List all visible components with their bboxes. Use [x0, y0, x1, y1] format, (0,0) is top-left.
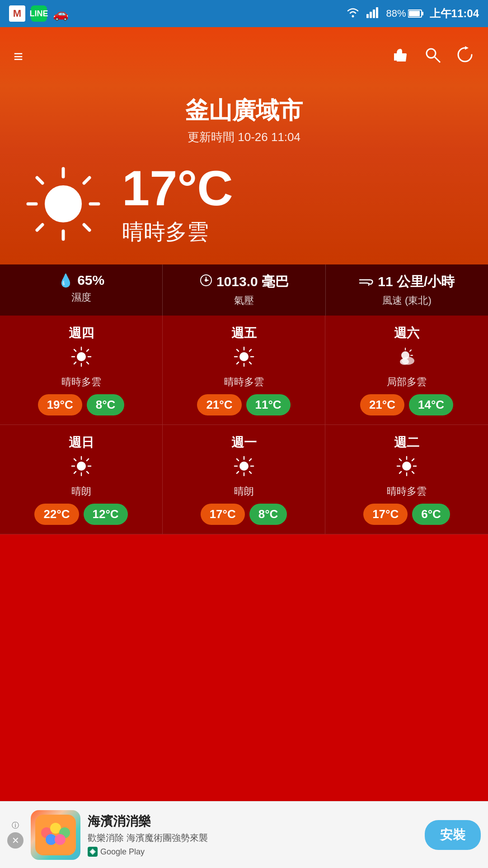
ad-app-icon	[31, 810, 80, 860]
ad-install-button[interactable]: 安裝	[425, 820, 481, 850]
forecast-fri-temps: 21°C 11°C	[167, 394, 320, 415]
svg-line-38	[249, 349, 251, 351]
svg-line-62	[249, 459, 251, 461]
svg-point-18	[45, 186, 81, 222]
menu-button[interactable]: ≡	[14, 48, 23, 65]
gmail-icon: M	[9, 5, 25, 22]
svg-line-51	[74, 459, 76, 461]
ad-title: 海濱消消樂	[88, 813, 418, 830]
ad-close-button[interactable]: ✕	[7, 832, 23, 849]
status-time: 上午11:04	[430, 6, 479, 21]
svg-rect-74	[35, 815, 76, 855]
svg-line-37	[249, 362, 251, 364]
battery-percentage: 88%	[386, 8, 406, 19]
svg-line-71	[412, 459, 414, 461]
refresh-button[interactable]	[455, 45, 474, 68]
svg-line-70	[412, 472, 414, 473]
humidity-label: 濕度	[5, 291, 158, 304]
forecast-tue-icon	[330, 455, 483, 482]
svg-point-79	[55, 834, 66, 845]
svg-rect-1	[366, 14, 369, 18]
forecast-fri: 週五 晴時多雲 21°C 11°C	[163, 316, 325, 425]
svg-line-15	[84, 225, 89, 230]
humidity-icon: 💧	[58, 273, 74, 288]
search-button[interactable]	[423, 45, 442, 68]
svg-point-55	[77, 462, 86, 471]
forecast-sun-temps: 22°C 12°C	[5, 504, 158, 525]
forecast-fri-low: 11°C	[246, 394, 291, 415]
stat-wind: 11 公里/小時 風速 (東北)	[326, 264, 488, 316]
forecast-thu-low: 8°C	[87, 394, 125, 415]
forecast-fri-icon	[167, 345, 320, 373]
forecast-sun-day: 週日	[5, 434, 158, 451]
current-condition: 晴時多雲	[122, 217, 233, 246]
svg-line-39	[237, 362, 239, 364]
ad-source: Google Play	[88, 847, 418, 857]
svg-line-53	[87, 459, 89, 461]
pressure-icon	[199, 274, 213, 290]
svg-point-0	[352, 15, 354, 18]
svg-point-64	[239, 462, 249, 471]
forecast-mon: 週一 晴朗 17°C 8°C	[163, 425, 325, 534]
svg-line-52	[87, 472, 89, 473]
weather-main: 17°C 晴時多雲	[0, 150, 488, 264]
forecast-sat-condition: 局部多雲	[330, 375, 483, 389]
forecast-thu-condition: 晴時多雲	[5, 375, 158, 389]
svg-point-8	[427, 49, 436, 58]
forecast-mon-low: 8°C	[249, 504, 287, 525]
svg-line-43	[410, 350, 411, 351]
forecast-tue-temps: 17°C 6°C	[330, 504, 483, 525]
like-button[interactable]	[390, 45, 409, 68]
forecast-mon-day: 週一	[167, 434, 320, 451]
current-weather-icon	[23, 163, 104, 246]
forecast-sat-high: 21°C	[360, 394, 404, 415]
forecast-tue-low: 6°C	[412, 504, 450, 525]
svg-rect-7	[409, 11, 420, 16]
battery-indicator: 88%	[386, 8, 423, 19]
forecast-tue-high: 17°C	[363, 504, 408, 525]
forecast-sat-temps: 21°C 14°C	[330, 394, 483, 415]
svg-point-40	[239, 352, 249, 361]
ad-text-area: 海濱消消樂 歡樂消除 海濱魔術團強勢來襲 Google Play	[88, 813, 418, 857]
google-play-label: Google Play	[100, 847, 145, 857]
forecast-sun: 週日 晴朗 22°C 12°C	[0, 425, 163, 534]
forecast-mon-temps: 17°C 8°C	[167, 504, 320, 525]
wind-icon	[359, 275, 374, 289]
red-fill-area	[0, 534, 488, 797]
status-bar: M LINE 🚗 88%	[0, 0, 488, 27]
svg-line-16	[84, 178, 89, 183]
status-bar-left: M LINE 🚗	[9, 5, 69, 22]
forecast-sun-condition: 晴朗	[5, 485, 158, 498]
forecast-thu-day: 週四	[5, 325, 158, 342]
forecast-sun-icon	[5, 455, 158, 482]
forecast-mon-icon	[167, 455, 320, 482]
forecast-grid: 週四 晴時多雲 19°C 8°C 週五	[0, 316, 488, 534]
svg-rect-6	[422, 12, 423, 15]
forecast-mon-condition: 晴朗	[167, 485, 320, 498]
svg-line-60	[237, 459, 239, 461]
svg-line-30	[74, 362, 76, 364]
forecast-mon-high: 17°C	[201, 504, 245, 525]
city-name: 釜山廣域市	[0, 95, 488, 127]
svg-line-72	[399, 472, 401, 473]
svg-line-36	[237, 349, 239, 351]
stat-humidity: 💧 65% 濕度	[0, 264, 163, 316]
svg-rect-4	[376, 7, 378, 18]
stat-pressure: 1013.0 毫巴 氣壓	[163, 264, 325, 316]
forecast-thu: 週四 晴時多雲 19°C 8°C	[0, 316, 163, 425]
ad-subtitle: 歡樂消除 海濱魔術團強勢來襲	[88, 832, 418, 844]
stats-row: 💧 65% 濕度 1013.0 毫巴 氣壓	[0, 264, 488, 316]
svg-point-81	[91, 850, 94, 853]
svg-line-29	[87, 349, 89, 351]
ad-info-button[interactable]: ⓘ	[12, 821, 19, 830]
forecast-sat: 週六 局部多雲 21°C 14°C	[325, 316, 488, 425]
svg-point-31	[77, 352, 86, 361]
forecast-tue-day: 週二	[330, 434, 483, 451]
svg-line-17	[37, 225, 42, 230]
svg-line-28	[87, 362, 89, 364]
svg-rect-3	[373, 9, 375, 18]
current-temperature: 17°C	[122, 163, 233, 213]
update-time: 更新時間 10-26 11:04	[0, 129, 488, 145]
line-icon: LINE	[31, 5, 47, 22]
forecast-fri-condition: 晴時多雲	[167, 375, 320, 389]
